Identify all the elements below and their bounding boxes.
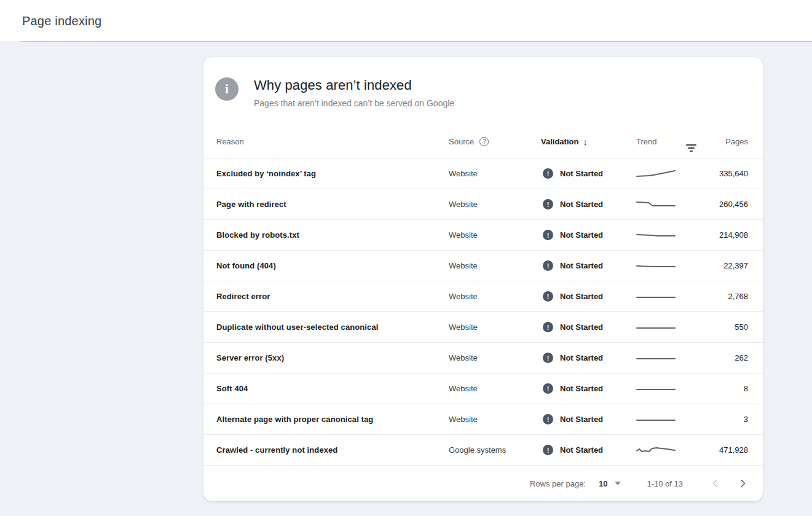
not-started-exclamation-icon: ! <box>543 322 553 332</box>
column-header-validation[interactable]: Validation ↓ <box>541 137 636 147</box>
not-started-exclamation-icon: ! <box>543 353 553 363</box>
trend-sparkline <box>636 168 701 179</box>
card-titles: Why pages aren’t indexed Pages that aren… <box>254 77 454 108</box>
row-source: Website <box>449 200 541 209</box>
row-validation-status: ! Not Started <box>541 322 636 332</box>
row-validation-status: ! Not Started <box>541 383 636 394</box>
validation-status-label: Not Started <box>560 230 603 240</box>
not-started-exclamation-icon: ! <box>543 383 553 394</box>
row-pages-count: 22,397 <box>701 261 748 270</box>
row-source: Website <box>449 322 541 332</box>
table-row[interactable]: Server error (5xx) Website ! Not Started… <box>203 342 763 373</box>
row-validation-status: ! Not Started <box>541 414 636 424</box>
validation-status-label: Not Started <box>560 353 603 362</box>
chevron-right-icon <box>738 479 747 488</box>
table-body: Excluded by ‘noindex’ tag Website ! Not … <box>203 158 763 465</box>
validation-status-label: Not Started <box>560 415 603 424</box>
trend-sparkline <box>636 260 701 272</box>
not-started-exclamation-icon: ! <box>543 414 553 424</box>
trend-sparkline <box>636 353 701 364</box>
validation-status-label: Not Started <box>560 322 603 332</box>
row-reason: Not found (404) <box>216 261 449 270</box>
next-page-button[interactable] <box>738 479 747 488</box>
validation-status-label: Not Started <box>560 261 603 270</box>
row-pages-count: 262 <box>701 353 748 362</box>
row-source: Website <box>449 384 541 393</box>
not-started-exclamation-icon: ! <box>543 168 553 179</box>
row-pages-count: 471,928 <box>701 445 748 455</box>
not-started-exclamation-icon: ! <box>543 291 553 302</box>
row-validation-status: ! Not Started <box>541 260 636 271</box>
row-reason: Soft 404 <box>216 384 449 393</box>
row-pages-count: 3 <box>701 415 748 424</box>
info-icon: i <box>215 77 238 101</box>
row-source: Google systems <box>449 445 541 455</box>
page-title: Page indexing <box>0 0 812 28</box>
row-reason: Redirect error <box>216 292 449 301</box>
table-header-row: Reason Source ? Validation ↓ Trend Pages <box>203 108 763 158</box>
validation-status-label: Not Started <box>560 200 603 209</box>
rows-per-page-select[interactable]: 10 <box>599 479 621 488</box>
row-reason: Excluded by ‘noindex’ tag <box>216 169 449 178</box>
row-pages-count: 2,768 <box>701 292 748 301</box>
rows-per-page-label: Rows per page: <box>530 479 586 488</box>
row-source: Website <box>449 353 541 362</box>
validation-status-label: Not Started <box>560 445 603 455</box>
trend-sparkline <box>636 445 701 456</box>
row-reason: Crawled - currently not indexed <box>216 445 449 455</box>
trend-sparkline <box>636 291 701 302</box>
table-row[interactable]: Soft 404 Website ! Not Started 8 <box>203 373 763 404</box>
table-row[interactable]: Alternate page with proper canonical tag… <box>203 404 763 434</box>
row-source: Website <box>449 415 541 424</box>
not-started-exclamation-icon: ! <box>543 445 553 455</box>
row-pages-count: 8 <box>701 384 748 393</box>
validation-status-label: Not Started <box>560 384 603 393</box>
table-row[interactable]: Excluded by ‘noindex’ tag Website ! Not … <box>203 158 763 189</box>
row-reason: Page with redirect <box>216 200 449 209</box>
table-row[interactable]: Redirect error Website ! Not Started 2,7… <box>203 281 763 311</box>
row-validation-status: ! Not Started <box>541 445 636 455</box>
column-header-reason[interactable]: Reason <box>216 137 449 146</box>
table-row[interactable]: Page with redirect Website ! Not Started… <box>203 189 763 219</box>
row-pages-count: 214,908 <box>701 230 748 240</box>
row-source: Website <box>449 230 541 240</box>
trend-sparkline <box>636 383 701 394</box>
row-pages-count: 260,456 <box>701 200 748 209</box>
row-source: Website <box>449 292 541 301</box>
row-validation-status: ! Not Started <box>541 168 636 179</box>
card-subtitle: Pages that aren’t indexed can’t be serve… <box>254 98 454 108</box>
previous-page-button[interactable] <box>711 479 720 488</box>
sort-descending-icon: ↓ <box>583 137 587 147</box>
dropdown-caret-icon <box>615 482 621 485</box>
table-row[interactable]: Not found (404) Website ! Not Started 22… <box>203 250 763 281</box>
header-divider <box>20 41 812 42</box>
help-icon[interactable]: ? <box>479 137 489 146</box>
chevron-left-icon <box>711 479 720 488</box>
pagination-bar: Rows per page: 10 1-10 of 13 <box>203 465 763 501</box>
row-validation-status: ! Not Started <box>541 291 636 302</box>
table-row[interactable]: Duplicate without user-selected canonica… <box>203 311 763 342</box>
row-source: Website <box>449 261 541 270</box>
table-row[interactable]: Crawled - currently not indexed Google s… <box>203 434 763 465</box>
column-header-source[interactable]: Source ? <box>449 137 541 146</box>
trend-sparkline <box>636 230 701 241</box>
row-reason: Server error (5xx) <box>216 353 449 362</box>
not-started-exclamation-icon: ! <box>543 260 553 271</box>
validation-status-label: Not Started <box>560 169 603 178</box>
not-started-exclamation-icon: ! <box>543 230 553 240</box>
page-range-label: 1-10 of 13 <box>647 479 683 488</box>
row-validation-status: ! Not Started <box>541 230 636 240</box>
row-validation-status: ! Not Started <box>541 199 636 209</box>
filter-list-icon[interactable] <box>683 141 699 155</box>
card-header: i Why pages aren’t indexed Pages that ar… <box>203 57 763 108</box>
trend-sparkline <box>636 199 701 210</box>
rows-per-page-value: 10 <box>599 479 607 488</box>
row-reason: Alternate page with proper canonical tag <box>216 415 449 424</box>
card-title: Why pages aren’t indexed <box>254 77 454 93</box>
row-reason: Duplicate without user-selected canonica… <box>216 322 449 332</box>
column-header-pages[interactable]: Pages <box>701 137 748 146</box>
row-source: Website <box>449 169 541 178</box>
table-row[interactable]: Blocked by robots.txt Website ! Not Star… <box>203 219 763 250</box>
row-pages-count: 550 <box>701 322 748 332</box>
why-pages-not-indexed-card: i Why pages aren’t indexed Pages that ar… <box>203 57 763 501</box>
